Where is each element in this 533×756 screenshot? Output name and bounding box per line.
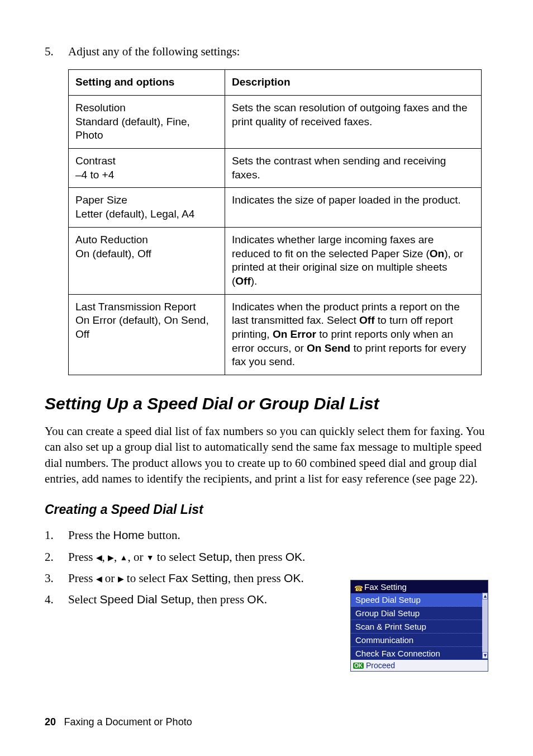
scroll-down-icon[interactable]: ▼ <box>482 652 488 659</box>
setting-cell: Last Transmission ReportOn Error (defaul… <box>69 294 225 375</box>
setting-name: Paper Size <box>75 193 218 207</box>
step-number: 5. <box>45 44 68 59</box>
ok-badge: OK <box>353 663 364 669</box>
setting-name: Resolution <box>75 101 218 115</box>
step-text: Adjust any of the following settings: <box>68 44 488 59</box>
setting-cell: Auto ReductionOn (default), Off <box>69 227 225 294</box>
table-row: ResolutionStandard (default), Fine, Phot… <box>69 96 482 149</box>
device-menu-item[interactable]: Group Dial Setup <box>351 607 488 620</box>
table-row: Last Transmission ReportOn Error (defaul… <box>69 294 482 375</box>
device-menu-item[interactable]: Communication <box>351 634 488 647</box>
scroll-up-icon[interactable]: ▲ <box>482 593 488 599</box>
setting-options: Standard (default), Fine, Photo <box>75 115 218 143</box>
device-titlebar: Fax Setting <box>351 580 488 593</box>
setting-name: Auto Reduction <box>75 233 218 247</box>
page-footer: 20 Faxing a Document or Photo <box>45 716 192 728</box>
setting-name: Contrast <box>75 154 218 168</box>
device-menu-item[interactable]: Check Fax Connection <box>351 647 488 660</box>
setting-name: Last Transmission Report <box>75 300 218 314</box>
device-title: Fax Setting <box>364 582 407 592</box>
description-cell: Sets the contrast when sending and recei… <box>225 149 482 188</box>
intro-step-list: 5. Adjust any of the following settings: <box>45 44 488 59</box>
step-5: 5. Adjust any of the following settings: <box>45 44 488 59</box>
setting-options: On Error (default), On Send, Off <box>75 314 218 341</box>
device-footer: OK Proceed <box>351 660 488 671</box>
step-number: 2. <box>45 549 68 565</box>
table-row: Contrast–4 to +4Sets the contrast when s… <box>69 149 482 188</box>
setting-cell: ResolutionStandard (default), Fine, Phot… <box>69 96 225 149</box>
device-menu: Speed Dial SetupGroup Dial SetupScan & P… <box>351 593 488 660</box>
step-text: Press ◀ or ▶ to select Fax Setting, then… <box>68 570 348 586</box>
scrollbar-track[interactable] <box>482 593 488 659</box>
device-screenshot: Fax Setting Speed Dial SetupGroup Dial S… <box>350 580 488 672</box>
page: 5. Adjust any of the following settings:… <box>0 0 533 756</box>
step-number: 3. <box>45 570 68 586</box>
list-item: 1.Press the Home button. <box>45 527 488 543</box>
table-header-row: Setting and options Description <box>69 70 482 96</box>
step-text: Press the Home button. <box>68 527 348 543</box>
table-row: Auto ReductionOn (default), OffIndicates… <box>69 227 482 294</box>
step-text: Press ◀, ▶, ▲, or ▼ to select Setup, the… <box>68 549 348 565</box>
setting-cell: Paper SizeLetter (default), Legal, A4 <box>69 188 225 227</box>
setting-options: On (default), Off <box>75 247 218 261</box>
subsection-heading: Creating a Speed Dial List <box>45 502 488 517</box>
setting-options: –4 to +4 <box>75 168 218 182</box>
setting-cell: Contrast–4 to +4 <box>69 149 225 188</box>
list-item: 2.Press ◀, ▶, ▲, or ▼ to select Setup, t… <box>45 549 488 565</box>
table-header-description: Description <box>225 70 482 96</box>
description-cell: Indicates when the product prints a repo… <box>225 294 482 375</box>
section-heading: Setting Up a Speed Dial or Group Dial Li… <box>45 394 488 413</box>
description-cell: Sets the scan resolution of outgoing fax… <box>225 96 482 149</box>
table-row: Paper SizeLetter (default), Legal, A4Ind… <box>69 188 482 227</box>
setting-options: Letter (default), Legal, A4 <box>75 207 218 221</box>
chapter-name: Faxing a Document or Photo <box>64 716 192 727</box>
step-number: 4. <box>45 592 68 607</box>
page-number: 20 <box>45 716 56 727</box>
fax-icon <box>354 583 361 591</box>
section-paragraph: You can create a speed dial list of fax … <box>45 423 488 486</box>
table-header-setting: Setting and options <box>69 70 225 96</box>
device-menu-item[interactable]: Speed Dial Setup <box>351 593 488 607</box>
device-menu-item[interactable]: Scan & Print Setup <box>351 620 488 634</box>
description-cell: Indicates the size of paper loaded in th… <box>225 188 482 227</box>
step-number: 1. <box>45 527 68 543</box>
device-footer-text: Proceed <box>366 661 395 670</box>
settings-table: Setting and options Description Resoluti… <box>68 69 482 375</box>
step-text: Select Speed Dial Setup, then press OK. <box>68 592 348 607</box>
description-cell: Indicates whether large incoming faxes a… <box>225 227 482 294</box>
